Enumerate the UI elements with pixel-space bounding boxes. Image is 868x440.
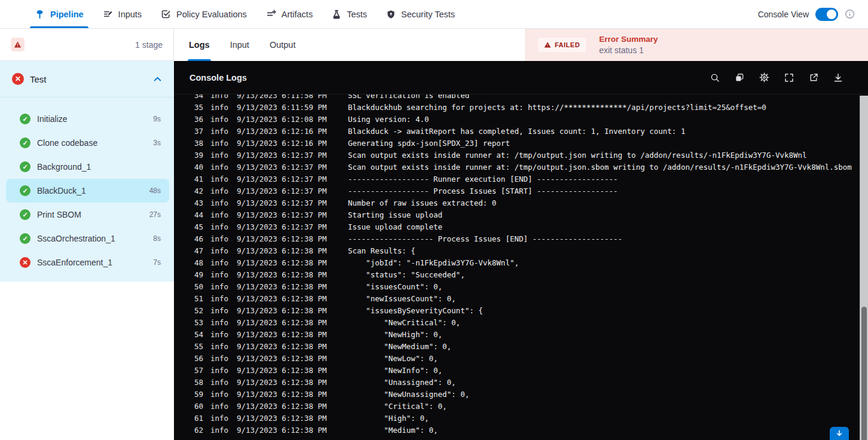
success-icon: ✓ (20, 185, 30, 196)
console-logs-title: Console Logs (190, 73, 247, 82)
log-timestamp: 9/13/2023 6:12:16 PM (237, 126, 331, 138)
log-timestamp: 9/13/2023 6:12:37 PM (237, 197, 331, 209)
log-message: "issuesBySeverityCount": { (348, 305, 483, 317)
log-message: Issue upload complete (348, 221, 442, 233)
fullscreen-icon[interactable] (784, 73, 794, 82)
log-line-number: 57 (190, 365, 203, 377)
step-clone-codebase[interactable]: ✓Clone codebase3s (6, 131, 169, 155)
scrollbar-thumb[interactable] (861, 307, 867, 440)
log-message: Blackduck -> awaitReport has completed, … (348, 126, 685, 138)
success-icon: ✓ (20, 114, 30, 124)
log-level: info (210, 401, 231, 412)
stage-name: Test (30, 74, 47, 84)
log-line-number: 54 (190, 329, 203, 341)
log-message: SSL verification is enabled (348, 94, 469, 102)
log-line: 41info9/13/2023 6:12:37 PM--------------… (174, 173, 860, 185)
log-message: "Critical": 0, (348, 401, 447, 412)
log-message: "Medium": 0, (348, 424, 438, 436)
log-lines: 34info9/13/2023 6:11:58 PMSSL verificati… (174, 94, 860, 440)
search-icon[interactable] (710, 73, 720, 82)
stage-header-test[interactable]: ✕ Test (0, 61, 174, 97)
step-background-1[interactable]: ✓Background_1 (6, 155, 169, 179)
open-in-new-icon[interactable] (809, 73, 818, 82)
log-timestamp: 9/13/2023 6:12:38 PM (237, 269, 331, 281)
console-header: Console Logs (174, 61, 868, 94)
step-initialize[interactable]: ✓Initialize9s (6, 107, 169, 131)
warning-triangle-icon (544, 41, 551, 48)
tab-inputs[interactable]: Inputs (93, 0, 152, 28)
log-line: 45info9/13/2023 6:12:37 PMIssue upload c… (174, 221, 860, 233)
tab-policy-evaluations[interactable]: Policy Evaluations (151, 0, 256, 28)
scrollbar-track[interactable] (860, 96, 868, 440)
stage-failed-icon: ✕ (12, 73, 24, 85)
log-timestamp: 9/13/2023 6:12:37 PM (237, 149, 331, 161)
log-timestamp: 9/13/2023 6:12:38 PM (237, 233, 331, 245)
log-line-number: 42 (190, 185, 203, 197)
log-line: 49info9/13/2023 6:12:38 PM "status": "Su… (174, 269, 860, 281)
info-icon[interactable] (845, 9, 855, 19)
log-level: info (210, 161, 231, 173)
step-name: BlackDuck_1 (37, 186, 86, 195)
tab-label: Artifacts (282, 10, 313, 19)
log-timestamp: 9/13/2023 6:12:38 PM (237, 257, 331, 269)
error-summary-title: Error Summary (599, 35, 658, 44)
tab-logs[interactable]: Logs (189, 29, 210, 61)
console-panel: Console Logs 34info9/13/2023 6:11:58 PMS… (174, 61, 868, 440)
pipeline-failed-warning-icon (11, 38, 25, 51)
download-icon[interactable] (833, 73, 843, 82)
settings-icon[interactable] (759, 72, 769, 82)
log-line-number: 58 (190, 377, 203, 389)
tab-tests[interactable]: Tests (322, 0, 377, 28)
shield-icon (386, 10, 396, 19)
log-line-number: 49 (190, 269, 203, 281)
chevron-up-icon[interactable] (153, 75, 162, 84)
step-print-sbom[interactable]: ✓Print SBOM27s (6, 203, 169, 227)
log-level: info (210, 424, 231, 436)
log-line-number: 48 (190, 257, 203, 269)
log-line: 60info9/13/2023 6:12:38 PM "Critical": 0… (174, 401, 860, 412)
step-name: Background_1 (37, 162, 91, 172)
log-level: info (210, 329, 231, 341)
copy-icon[interactable] (735, 73, 744, 82)
tab-artifacts[interactable]: Artifacts (256, 0, 322, 28)
tab-pipeline[interactable]: Pipeline (25, 0, 93, 28)
failed-badge: FAILED (538, 38, 586, 52)
log-message: Using version: 4.0 (348, 114, 429, 126)
log-level: info (210, 281, 231, 293)
log-message: "NewCritical": 0, (348, 317, 460, 329)
log-level: info (210, 126, 231, 138)
log-line: 43info9/13/2023 6:12:37 PMNumber of raw … (174, 197, 860, 209)
step-list: ✓Initialize9s✓Clone codebase3s✓Backgroun… (0, 97, 174, 274)
log-line-number: 50 (190, 281, 203, 293)
tab-security-tests[interactable]: Security Tests (377, 0, 464, 28)
console-view-toggle[interactable] (815, 8, 838, 21)
step-name: Print SBOM (37, 210, 81, 219)
log-level: info (210, 114, 231, 126)
tab-input[interactable]: Input (230, 29, 249, 61)
success-icon: ✓ (20, 138, 30, 148)
log-timestamp: 9/13/2023 6:12:37 PM (237, 221, 331, 233)
sidebar-header: 1 stage (0, 29, 174, 61)
log-line: 57info9/13/2023 6:12:38 PM "NewInfo": 0, (174, 365, 860, 377)
step-blackduck-1[interactable]: ✓BlackDuck_148s (6, 179, 169, 203)
log-line-number: 44 (190, 209, 203, 221)
log-message: Blackduckhub searching for projects at: … (348, 102, 766, 114)
log-line: 38info9/13/2023 6:12:16 PMGenerating spd… (174, 138, 860, 149)
tab-output[interactable]: Output (270, 29, 296, 61)
log-message: "status": "Succeeded", (348, 269, 465, 281)
step-name: SscaEnforcement_1 (37, 258, 112, 267)
log-message: Number of raw issues extracted: 0 (348, 197, 496, 209)
success-icon: ✓ (20, 161, 30, 172)
toggle-knob (827, 10, 836, 19)
step-name: Clone codebase (37, 138, 97, 148)
log-message: "NewInfo": 0, (348, 365, 442, 377)
log-level: info (210, 389, 231, 401)
log-message: Generating spdx-json[SPDX_23] report (348, 138, 510, 149)
log-line: 44info9/13/2023 6:12:37 PMStarting issue… (174, 209, 860, 221)
pipeline-nav-tabs: PipelineInputsPolicy EvaluationsArtifact… (25, 0, 464, 28)
step-sscaenforcement-1[interactable]: ✕SscaEnforcement_17s (6, 250, 169, 274)
log-view-header: LogsInputOutput FAILED Error Summary exi… (174, 29, 868, 61)
step-sscaorchestration-1[interactable]: ✓SscaOrchestration_18s (6, 227, 169, 250)
scroll-to-bottom-button[interactable] (830, 427, 849, 440)
log-timestamp: 9/13/2023 6:12:38 PM (237, 293, 331, 305)
